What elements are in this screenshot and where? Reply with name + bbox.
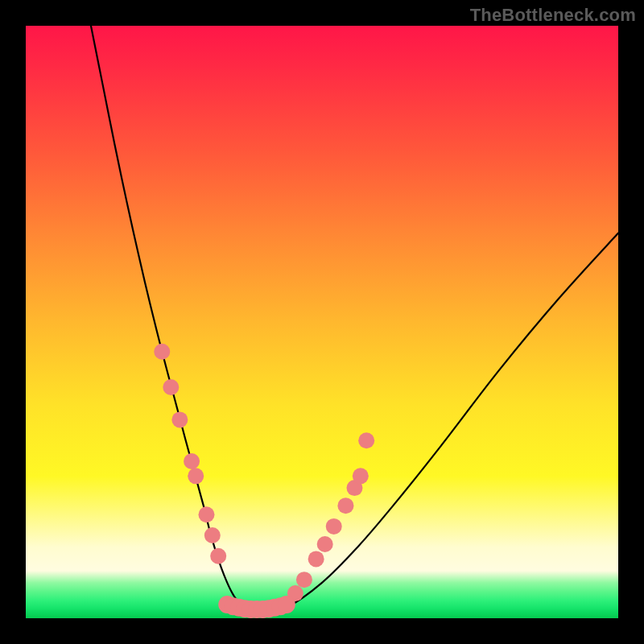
data-marker	[317, 536, 333, 552]
data-marker	[358, 432, 374, 448]
plot-area	[26, 26, 618, 618]
bottleneck-curve	[91, 26, 618, 613]
data-marker	[198, 506, 214, 522]
data-marker	[184, 453, 200, 469]
data-marker	[188, 468, 204, 484]
data-markers	[154, 344, 374, 618]
data-marker	[210, 548, 226, 564]
data-marker	[326, 518, 342, 535]
data-marker	[163, 379, 179, 395]
data-marker	[308, 551, 324, 567]
data-marker	[171, 411, 188, 427]
curve-svg	[26, 26, 618, 618]
data-marker	[278, 596, 295, 613]
data-marker	[353, 468, 369, 484]
data-marker	[337, 497, 353, 514]
data-marker	[154, 344, 170, 360]
data-marker	[296, 572, 312, 588]
data-marker	[204, 527, 221, 543]
watermark-text: TheBottleneck.com	[470, 5, 636, 26]
chart-frame: TheBottleneck.com	[0, 0, 644, 644]
